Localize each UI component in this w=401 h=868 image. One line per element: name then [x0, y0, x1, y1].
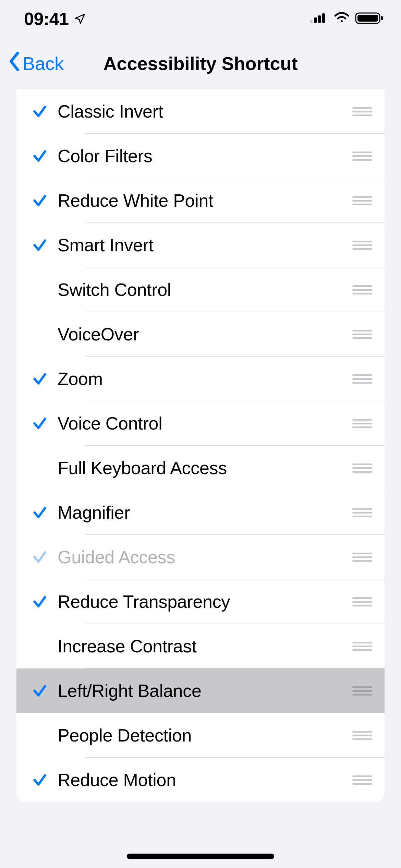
back-button[interactable]: Back: [8, 52, 64, 75]
reorder-handle-icon[interactable]: [347, 418, 378, 429]
checkmark-icon: [22, 772, 58, 788]
list-item-label: Zoom: [58, 369, 347, 389]
reorder-handle-icon[interactable]: [347, 284, 378, 296]
svg-rect-21: [352, 293, 372, 294]
reorder-handle-icon[interactable]: [347, 730, 378, 741]
svg-rect-51: [352, 738, 372, 740]
reorder-handle-icon[interactable]: [347, 685, 378, 697]
reorder-handle-icon[interactable]: [347, 507, 378, 518]
checkmark-icon: [22, 148, 58, 164]
svg-rect-48: [352, 694, 372, 696]
svg-rect-14: [352, 200, 372, 202]
list-item[interactable]: People Detection: [16, 713, 385, 758]
svg-rect-34: [352, 508, 372, 510]
svg-rect-54: [352, 783, 372, 785]
svg-rect-42: [352, 605, 372, 606]
reorder-handle-icon[interactable]: [347, 106, 378, 117]
list-item[interactable]: Guided Access: [16, 535, 385, 579]
svg-rect-7: [352, 107, 372, 109]
reorder-handle-icon[interactable]: [347, 640, 378, 652]
svg-rect-16: [352, 241, 372, 242]
svg-rect-41: [352, 601, 372, 603]
svg-rect-25: [352, 374, 372, 376]
list-item-label: Reduce Motion: [58, 770, 347, 790]
svg-rect-24: [352, 337, 372, 339]
list-item-label: Left/Right Balance: [58, 680, 347, 701]
list-item[interactable]: Reduce White Point: [16, 178, 385, 223]
wifi-icon: [333, 12, 350, 26]
svg-rect-31: [352, 463, 372, 465]
svg-rect-40: [352, 597, 372, 599]
svg-rect-17: [352, 244, 372, 246]
svg-rect-10: [352, 152, 372, 153]
list-item[interactable]: Color Filters: [16, 134, 385, 178]
svg-rect-12: [352, 159, 372, 161]
checkmark-icon: [22, 415, 58, 431]
list-item[interactable]: Smart Invert: [16, 223, 385, 267]
svg-rect-52: [352, 775, 372, 777]
list-item[interactable]: Full Keyboard Access: [16, 446, 385, 490]
svg-rect-36: [352, 516, 372, 517]
svg-rect-33: [352, 471, 372, 473]
reorder-handle-icon[interactable]: [347, 373, 378, 385]
list-item-label: Full Keyboard Access: [58, 458, 347, 478]
list-item[interactable]: Increase Contrast: [16, 624, 385, 668]
battery-icon: [355, 12, 384, 26]
svg-rect-46: [352, 686, 372, 688]
list-item[interactable]: Magnifier: [16, 490, 385, 535]
svg-rect-35: [352, 512, 372, 514]
svg-rect-53: [352, 779, 372, 781]
list-item-label: Magnifier: [58, 502, 347, 523]
list-item-label: Voice Control: [58, 413, 347, 434]
svg-rect-0: [310, 20, 313, 23]
svg-rect-1: [314, 17, 317, 23]
reorder-handle-icon[interactable]: [347, 239, 378, 251]
list-item[interactable]: Switch Control: [16, 267, 385, 312]
status-left: 09:41: [24, 9, 86, 29]
status-bar: 09:41: [0, 0, 401, 38]
reorder-handle-icon[interactable]: [347, 195, 378, 206]
status-right: [309, 12, 384, 26]
list-item-label: VoiceOver: [58, 324, 347, 345]
svg-rect-30: [352, 426, 372, 428]
svg-rect-39: [352, 560, 372, 562]
status-time: 09:41: [24, 9, 69, 29]
shortcut-list: Classic InvertColor FiltersReduce White …: [16, 89, 385, 802]
list-item-label: People Detection: [58, 725, 347, 746]
cellular-icon: [309, 12, 328, 26]
list-item-label: Color Filters: [58, 146, 347, 166]
list-item[interactable]: VoiceOver: [16, 312, 385, 357]
list-item-label: Classic Invert: [58, 101, 347, 122]
svg-rect-13: [352, 196, 372, 198]
list-item-label: Increase Contrast: [58, 636, 347, 656]
reorder-handle-icon[interactable]: [347, 774, 378, 786]
reorder-handle-icon[interactable]: [347, 596, 378, 607]
nav-bar: Back Accessibility Shortcut: [0, 38, 401, 89]
reorder-handle-icon[interactable]: [347, 150, 378, 162]
list-item[interactable]: Reduce Transparency: [16, 579, 385, 624]
back-label: Back: [23, 53, 64, 74]
list-item[interactable]: Reduce Motion: [16, 758, 385, 802]
svg-rect-8: [352, 111, 372, 112]
svg-rect-38: [352, 556, 372, 558]
svg-rect-2: [318, 15, 321, 23]
svg-rect-11: [352, 155, 372, 157]
svg-rect-43: [352, 642, 372, 643]
checkmark-icon: [22, 104, 58, 119]
list-item[interactable]: Zoom: [16, 357, 385, 401]
list-item[interactable]: Voice Control: [16, 401, 385, 446]
svg-rect-29: [352, 423, 372, 424]
home-indicator: [127, 854, 274, 859]
svg-rect-6: [381, 16, 383, 20]
list-item[interactable]: Left/Right Balance: [16, 668, 385, 713]
location-icon: [74, 9, 86, 29]
reorder-handle-icon[interactable]: [347, 462, 378, 474]
reorder-handle-icon[interactable]: [347, 328, 378, 340]
svg-rect-32: [352, 467, 372, 469]
svg-rect-27: [352, 382, 372, 384]
svg-rect-47: [352, 690, 372, 692]
reorder-handle-icon[interactable]: [347, 551, 378, 563]
list-item[interactable]: Classic Invert: [16, 89, 385, 134]
svg-rect-9: [352, 114, 372, 116]
checkmark-icon: [22, 505, 58, 520]
